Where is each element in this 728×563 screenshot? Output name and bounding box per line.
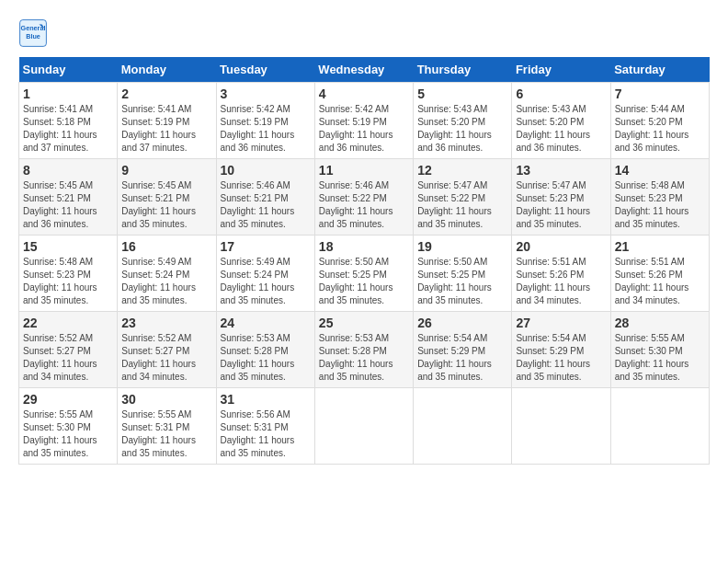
calendar-cell: 4Sunrise: 5:42 AM Sunset: 5:19 PM Daylig… xyxy=(314,83,413,159)
day-number: 11 xyxy=(319,163,409,178)
svg-text:Blue: Blue xyxy=(26,32,40,40)
calendar-cell: 3Sunrise: 5:42 AM Sunset: 5:19 PM Daylig… xyxy=(216,83,314,159)
day-info: Sunrise: 5:53 AM Sunset: 5:28 PM Dayligh… xyxy=(319,332,409,384)
calendar-cell xyxy=(610,388,709,465)
day-info: Sunrise: 5:42 AM Sunset: 5:19 PM Dayligh… xyxy=(319,103,409,155)
day-info: Sunrise: 5:48 AM Sunset: 5:23 PM Dayligh… xyxy=(23,256,113,307)
day-number: 22 xyxy=(23,316,113,330)
day-number: 12 xyxy=(417,163,507,178)
column-header-tuesday: Tuesday xyxy=(216,57,314,83)
calendar-cell: 29Sunrise: 5:55 AM Sunset: 5:30 PM Dayli… xyxy=(19,388,118,465)
day-number: 10 xyxy=(221,163,311,178)
day-info: Sunrise: 5:46 AM Sunset: 5:21 PM Dayligh… xyxy=(221,179,311,231)
calendar-cell: 26Sunrise: 5:54 AM Sunset: 5:29 PM Dayli… xyxy=(414,312,512,388)
day-number: 31 xyxy=(221,392,311,407)
calendar-cell: 23Sunrise: 5:52 AM Sunset: 5:27 PM Dayli… xyxy=(118,312,216,388)
calendar-cell: 15Sunrise: 5:48 AM Sunset: 5:23 PM Dayli… xyxy=(19,236,118,312)
calendar-week-3: 15Sunrise: 5:48 AM Sunset: 5:23 PM Dayli… xyxy=(19,236,710,312)
day-info: Sunrise: 5:54 AM Sunset: 5:29 PM Dayligh… xyxy=(417,332,507,384)
day-number: 6 xyxy=(516,86,606,101)
day-number: 1 xyxy=(23,86,113,101)
day-info: Sunrise: 5:47 AM Sunset: 5:23 PM Dayligh… xyxy=(516,179,606,231)
day-info: Sunrise: 5:52 AM Sunset: 5:27 PM Dayligh… xyxy=(121,332,211,384)
page-header: General Blue xyxy=(18,18,710,48)
day-number: 7 xyxy=(615,86,705,101)
logo-icon: General Blue xyxy=(18,18,48,48)
calendar-week-4: 22Sunrise: 5:52 AM Sunset: 5:27 PM Dayli… xyxy=(19,312,710,388)
day-info: Sunrise: 5:54 AM Sunset: 5:29 PM Dayligh… xyxy=(516,332,606,384)
day-number: 3 xyxy=(221,86,311,101)
day-number: 15 xyxy=(23,239,113,254)
calendar-week-2: 8Sunrise: 5:45 AM Sunset: 5:21 PM Daylig… xyxy=(19,159,710,236)
column-header-wednesday: Wednesday xyxy=(314,57,413,83)
logo: General Blue xyxy=(18,18,51,48)
column-header-friday: Friday xyxy=(512,57,610,83)
calendar-cell: 21Sunrise: 5:51 AM Sunset: 5:26 PM Dayli… xyxy=(610,236,709,312)
calendar-cell: 2Sunrise: 5:41 AM Sunset: 5:19 PM Daylig… xyxy=(118,83,216,159)
day-number: 16 xyxy=(121,239,211,254)
calendar-cell: 31Sunrise: 5:56 AM Sunset: 5:31 PM Dayli… xyxy=(216,388,314,465)
day-info: Sunrise: 5:48 AM Sunset: 5:23 PM Dayligh… xyxy=(615,179,705,231)
calendar-cell: 22Sunrise: 5:52 AM Sunset: 5:27 PM Dayli… xyxy=(19,312,118,388)
day-info: Sunrise: 5:50 AM Sunset: 5:25 PM Dayligh… xyxy=(319,256,409,307)
calendar-cell xyxy=(512,388,610,465)
calendar-cell: 14Sunrise: 5:48 AM Sunset: 5:23 PM Dayli… xyxy=(610,159,709,236)
calendar-cell: 13Sunrise: 5:47 AM Sunset: 5:23 PM Dayli… xyxy=(512,159,610,236)
day-number: 30 xyxy=(121,392,211,407)
column-header-monday: Monday xyxy=(118,57,216,83)
day-info: Sunrise: 5:45 AM Sunset: 5:21 PM Dayligh… xyxy=(121,179,211,231)
calendar-cell: 9Sunrise: 5:45 AM Sunset: 5:21 PM Daylig… xyxy=(118,159,216,236)
day-info: Sunrise: 5:43 AM Sunset: 5:20 PM Dayligh… xyxy=(417,103,507,155)
day-info: Sunrise: 5:51 AM Sunset: 5:26 PM Dayligh… xyxy=(615,256,705,307)
day-number: 17 xyxy=(221,239,311,254)
day-number: 19 xyxy=(417,239,507,254)
day-number: 24 xyxy=(221,316,311,330)
day-number: 14 xyxy=(615,163,705,178)
calendar-cell: 27Sunrise: 5:54 AM Sunset: 5:29 PM Dayli… xyxy=(512,312,610,388)
day-number: 23 xyxy=(121,316,211,330)
day-info: Sunrise: 5:55 AM Sunset: 5:31 PM Dayligh… xyxy=(121,408,211,460)
calendar-cell: 19Sunrise: 5:50 AM Sunset: 5:25 PM Dayli… xyxy=(414,236,512,312)
day-info: Sunrise: 5:46 AM Sunset: 5:22 PM Dayligh… xyxy=(319,179,409,231)
day-info: Sunrise: 5:47 AM Sunset: 5:22 PM Dayligh… xyxy=(417,179,507,231)
day-info: Sunrise: 5:42 AM Sunset: 5:19 PM Dayligh… xyxy=(221,103,311,155)
calendar-cell: 24Sunrise: 5:53 AM Sunset: 5:28 PM Dayli… xyxy=(216,312,314,388)
calendar-cell: 20Sunrise: 5:51 AM Sunset: 5:26 PM Dayli… xyxy=(512,236,610,312)
day-info: Sunrise: 5:41 AM Sunset: 5:18 PM Dayligh… xyxy=(23,103,113,155)
day-number: 8 xyxy=(23,163,113,178)
calendar-cell: 28Sunrise: 5:55 AM Sunset: 5:30 PM Dayli… xyxy=(610,312,709,388)
day-info: Sunrise: 5:55 AM Sunset: 5:30 PM Dayligh… xyxy=(23,408,113,460)
day-info: Sunrise: 5:49 AM Sunset: 5:24 PM Dayligh… xyxy=(121,256,211,307)
day-number: 18 xyxy=(319,239,409,254)
column-header-saturday: Saturday xyxy=(610,57,709,83)
day-number: 26 xyxy=(417,316,507,330)
calendar-cell: 16Sunrise: 5:49 AM Sunset: 5:24 PM Dayli… xyxy=(118,236,216,312)
day-info: Sunrise: 5:49 AM Sunset: 5:24 PM Dayligh… xyxy=(221,256,311,307)
calendar-cell: 17Sunrise: 5:49 AM Sunset: 5:24 PM Dayli… xyxy=(216,236,314,312)
day-number: 27 xyxy=(516,316,606,330)
calendar-week-5: 29Sunrise: 5:55 AM Sunset: 5:30 PM Dayli… xyxy=(19,388,710,465)
day-number: 5 xyxy=(417,86,507,101)
day-number: 29 xyxy=(23,392,113,407)
day-number: 13 xyxy=(516,163,606,178)
calendar-cell: 1Sunrise: 5:41 AM Sunset: 5:18 PM Daylig… xyxy=(19,83,118,159)
day-info: Sunrise: 5:55 AM Sunset: 5:30 PM Dayligh… xyxy=(615,332,705,384)
calendar-cell xyxy=(414,388,512,465)
day-info: Sunrise: 5:51 AM Sunset: 5:26 PM Dayligh… xyxy=(516,256,606,307)
day-info: Sunrise: 5:52 AM Sunset: 5:27 PM Dayligh… xyxy=(23,332,113,384)
calendar-cell xyxy=(314,388,413,465)
day-number: 9 xyxy=(121,163,211,178)
day-info: Sunrise: 5:43 AM Sunset: 5:20 PM Dayligh… xyxy=(516,103,606,155)
calendar-cell: 12Sunrise: 5:47 AM Sunset: 5:22 PM Dayli… xyxy=(414,159,512,236)
header-row: SundayMondayTuesdayWednesdayThursdayFrid… xyxy=(19,57,710,83)
day-info: Sunrise: 5:50 AM Sunset: 5:25 PM Dayligh… xyxy=(417,256,507,307)
column-header-sunday: Sunday xyxy=(19,57,118,83)
day-info: Sunrise: 5:44 AM Sunset: 5:20 PM Dayligh… xyxy=(615,103,705,155)
calendar-week-1: 1Sunrise: 5:41 AM Sunset: 5:18 PM Daylig… xyxy=(19,83,710,159)
day-number: 21 xyxy=(615,239,705,254)
calendar-cell: 11Sunrise: 5:46 AM Sunset: 5:22 PM Dayli… xyxy=(314,159,413,236)
day-info: Sunrise: 5:56 AM Sunset: 5:31 PM Dayligh… xyxy=(221,408,311,460)
day-number: 20 xyxy=(516,239,606,254)
calendar-cell: 30Sunrise: 5:55 AM Sunset: 5:31 PM Dayli… xyxy=(118,388,216,465)
day-number: 28 xyxy=(615,316,705,330)
